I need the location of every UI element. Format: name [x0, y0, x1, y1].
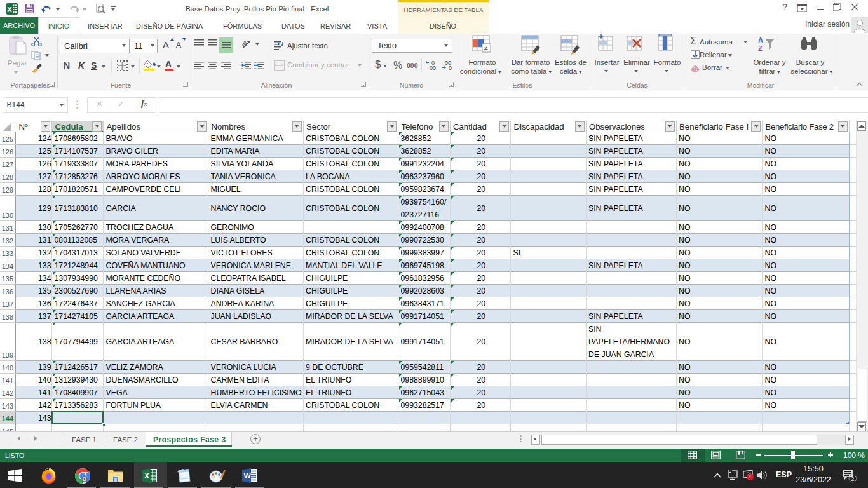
- svg-text:2: 2: [851, 476, 855, 482]
- svg-text:00: 00: [430, 65, 436, 71]
- svg-text:A: A: [758, 36, 763, 44]
- svg-text:ab: ab: [241, 38, 250, 49]
- svg-text:X: X: [144, 471, 149, 480]
- svg-text:Z: Z: [758, 44, 763, 52]
- svg-text:0: 0: [449, 65, 452, 71]
- svg-text:W: W: [244, 471, 252, 480]
- svg-text:X: X: [7, 6, 12, 13]
- svg-text:≠: ≠: [484, 44, 488, 52]
